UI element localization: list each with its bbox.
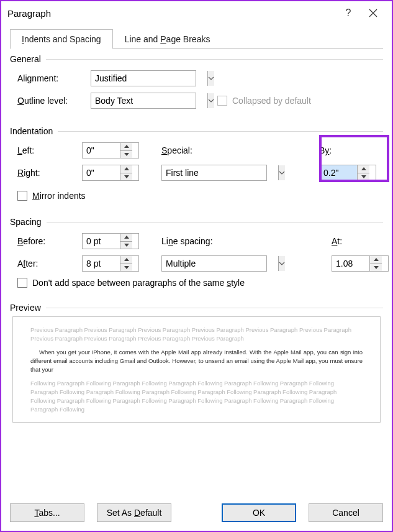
preview-previous: Previous Paragraph Previous Paragraph Pr… <box>30 326 363 343</box>
svg-marker-13 <box>374 266 379 269</box>
preview-sample: When you get your iPhone, it comes with … <box>30 348 363 375</box>
chevron-down-icon[interactable] <box>207 71 214 86</box>
alignment-value[interactable] <box>91 71 207 86</box>
after-label: After: <box>17 259 79 268</box>
section-preview: Preview <box>10 303 383 313</box>
collapsed-checkbox <box>217 96 227 106</box>
by-label: By: <box>319 145 381 155</box>
button-row: Tabs... Set As Default OK Cancel <box>1 493 392 531</box>
linespacing-select[interactable] <box>161 255 267 272</box>
spinner-down-icon[interactable] <box>120 242 132 249</box>
tab-strip: Indents and Spacing Line and Page Breaks <box>10 29 383 49</box>
right-value[interactable] <box>83 165 120 180</box>
special-select[interactable] <box>161 165 267 181</box>
after-spinner[interactable] <box>82 255 139 272</box>
titlebar: Paragraph ? <box>1 1 392 25</box>
section-general: General <box>10 54 383 64</box>
collapsed-label: Collapsed by default <box>232 96 311 106</box>
ok-button[interactable]: OK <box>222 503 296 522</box>
by-spinner[interactable] <box>319 165 376 181</box>
spinner-down-icon[interactable] <box>120 151 132 158</box>
spinner-down-icon[interactable] <box>120 264 132 272</box>
by-value[interactable] <box>320 165 357 180</box>
svg-marker-4 <box>124 167 129 170</box>
at-spinner[interactable] <box>332 255 389 272</box>
alignment-label: Alignment: <box>17 73 88 83</box>
alignment-select[interactable] <box>91 70 196 86</box>
right-label: Right: <box>17 168 79 178</box>
svg-marker-10 <box>124 258 129 261</box>
left-label: Left: <box>17 145 79 155</box>
spinner-down-icon[interactable] <box>120 173 132 181</box>
set-default-button[interactable]: Set As Default <box>97 503 171 522</box>
svg-marker-5 <box>124 175 129 178</box>
preview-box: Previous Paragraph Previous Paragraph Pr… <box>12 316 381 423</box>
spinner-down-icon[interactable] <box>358 173 369 181</box>
svg-marker-8 <box>124 236 129 239</box>
tab-line-page-breaks[interactable]: Line and Page Breaks <box>113 29 222 49</box>
chevron-down-icon[interactable] <box>207 93 214 108</box>
spinner-up-icon[interactable] <box>120 165 132 173</box>
svg-marker-9 <box>124 244 129 247</box>
chevron-down-icon[interactable] <box>278 256 285 271</box>
before-spinner[interactable] <box>82 233 139 249</box>
svg-marker-2 <box>124 145 129 148</box>
cancel-button[interactable]: Cancel <box>309 503 383 522</box>
outline-value[interactable] <box>91 93 207 108</box>
close-icon <box>369 9 377 17</box>
tabs-button[interactable]: Tabs... <box>10 503 84 522</box>
at-value[interactable] <box>332 256 369 271</box>
outline-select[interactable] <box>91 93 196 109</box>
no-space-label: Don't add space between paragraphs of th… <box>32 278 245 288</box>
special-value[interactable] <box>162 165 278 180</box>
dialog-title: Paragraph <box>7 8 336 19</box>
svg-marker-12 <box>374 258 379 261</box>
before-label: Before: <box>17 236 79 246</box>
before-value[interactable] <box>83 234 120 249</box>
chevron-down-icon[interactable] <box>278 165 285 180</box>
linespacing-value[interactable] <box>162 256 278 271</box>
close-button[interactable] <box>361 9 386 17</box>
help-button[interactable]: ? <box>336 7 361 19</box>
left-value[interactable] <box>83 143 120 158</box>
preview-following: Following Paragraph Following Paragraph … <box>30 379 363 413</box>
mirror-checkbox[interactable] <box>17 191 27 201</box>
special-label: Special: <box>147 145 209 155</box>
svg-marker-3 <box>124 153 129 156</box>
tab-indents-spacing[interactable]: Indents and Spacing <box>10 29 113 49</box>
spinner-up-icon[interactable] <box>120 256 132 264</box>
mirror-label: Mirror indents <box>32 191 86 201</box>
svg-marker-6 <box>361 167 366 170</box>
at-label: At: <box>332 236 393 246</box>
linespacing-label: Line spacing: <box>147 236 221 246</box>
right-spinner[interactable] <box>82 165 139 181</box>
spinner-up-icon[interactable] <box>370 256 382 264</box>
section-spacing: Spacing <box>10 217 383 227</box>
after-value[interactable] <box>83 256 120 271</box>
left-spinner[interactable] <box>82 142 139 158</box>
spinner-down-icon[interactable] <box>370 264 382 272</box>
svg-marker-11 <box>124 266 129 269</box>
spinner-up-icon[interactable] <box>358 165 369 173</box>
svg-marker-7 <box>361 175 366 178</box>
section-indentation: Indentation <box>10 126 383 136</box>
spinner-up-icon[interactable] <box>120 143 132 151</box>
paragraph-dialog: Paragraph ? Indents and Spacing Line and… <box>0 0 393 532</box>
outline-label: Outline level: <box>17 96 88 106</box>
spinner-up-icon[interactable] <box>120 234 132 242</box>
no-space-checkbox[interactable] <box>17 278 27 288</box>
